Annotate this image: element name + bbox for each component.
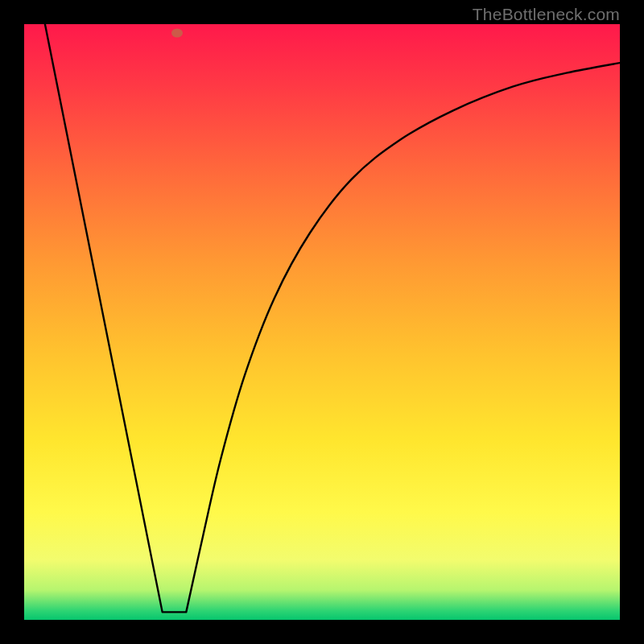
watermark-text: TheBottleneck.com: [473, 5, 620, 24]
bottleneck-curve: [24, 24, 620, 620]
plot-area: [24, 24, 620, 620]
optimal-point-marker: [171, 29, 183, 38]
chart-frame: TheBottleneck.com: [0, 0, 644, 644]
